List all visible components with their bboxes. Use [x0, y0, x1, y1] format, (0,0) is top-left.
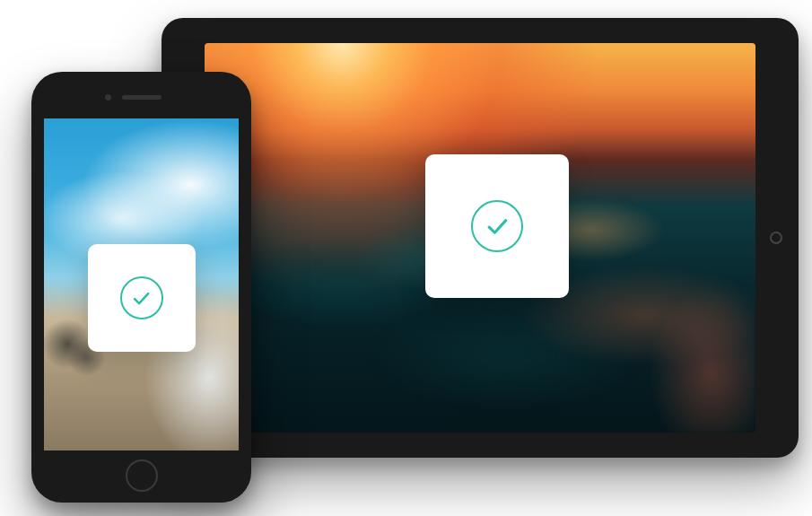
tablet-home-button[interactable] [770, 232, 782, 244]
phone-camera-dot [105, 94, 111, 101]
tablet-success-card [425, 154, 569, 298]
phone-device [31, 72, 251, 503]
tablet-screen [205, 43, 755, 433]
tablet-device [162, 18, 799, 458]
phone-screen [44, 118, 239, 450]
phone-success-card [88, 244, 196, 352]
device-mockup-stage [0, 0, 812, 516]
phone-home-button[interactable] [126, 459, 158, 492]
check-circle-icon [120, 276, 163, 319]
check-circle-icon [471, 200, 523, 252]
phone-speaker [122, 95, 162, 100]
